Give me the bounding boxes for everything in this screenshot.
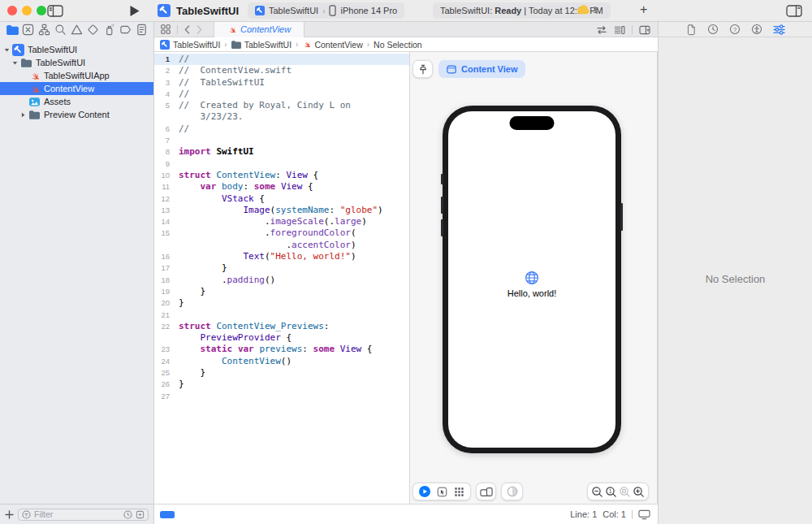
navigator-tab-project-icon[interactable] [6,24,19,37]
left-sidebar-toggle-icon[interactable] [47,5,63,17]
nav-item-tableswiftuiapp[interactable]: TableSwiftUIApp [0,69,153,82]
attributes-inspector-icon[interactable] [773,24,785,35]
window-close-button[interactable] [7,6,17,15]
navigator-tab-source-control-icon[interactable] [22,24,35,37]
warning-badge[interactable]: 1 [577,5,598,15]
code-line-25[interactable]: 25 } [154,367,409,379]
navigator-tab-find-icon[interactable] [54,24,67,37]
breadcrumb-contentview[interactable]: ContentView [302,40,362,50]
run-button[interactable] [130,6,140,16]
line-indicator[interactable]: Line: 1 [570,509,597,519]
navigator-tab-debug-icon[interactable] [102,24,115,37]
code-line-4[interactable]: 4// [154,89,409,100]
line-number: 15 [154,227,179,239]
navigator-tab-issues-icon[interactable] [71,24,84,37]
navigate-back-icon[interactable] [184,25,190,34]
breadcrumb-tableswiftui[interactable]: TableSwiftUI [160,40,220,50]
code-line-23[interactable]: 23 static var previews: some View { [154,344,409,355]
nav-item-preview-content[interactable]: Preview Content [0,108,153,121]
chevron-down-icon[interactable] [11,59,19,67]
code-line-26[interactable]: 26} [154,379,409,390]
history-inspector-icon[interactable] [707,24,719,35]
source-control-status-icon[interactable] [136,510,145,519]
chevron-right-icon[interactable] [19,111,28,119]
navigate-forward-icon[interactable] [197,25,202,34]
nav-item-contentview[interactable]: ContentView [0,82,153,95]
column-indicator[interactable]: Col: 1 [603,509,626,519]
live-preview-button[interactable] [419,486,430,497]
filter-input[interactable]: Filter [18,509,149,521]
code-line-9[interactable]: 9 [154,158,409,170]
chevron-down-icon[interactable] [2,46,11,54]
pin-preview-button[interactable] [412,60,433,78]
preview-name-pill[interactable]: Content View [438,60,525,78]
nav-item-label: ContentView [44,84,94,93]
code-review-icon[interactable] [596,25,607,35]
display-icon[interactable] [638,509,650,520]
color-scheme-button[interactable] [501,483,523,500]
code-line-18[interactable]: 18 .padding() [154,275,409,286]
quickhelp-inspector-icon[interactable]: ? [729,24,741,35]
recent-files-icon[interactable] [123,510,132,519]
zoom-in-button[interactable] [632,483,646,500]
editor-tab-contentview[interactable]: ContentView [214,22,304,37]
breadcrumb-no-selection[interactable]: No Selection [374,40,422,50]
code-area[interactable]: 1//2// ContentView.swift3// TableSwiftUI… [154,52,409,402]
window-zoom-button[interactable] [37,6,46,15]
jump-bar[interactable]: TableSwiftUI›TableSwiftUI›ContentView›No… [154,37,658,52]
code-line-11[interactable]: 11 var body: some View { [154,181,409,193]
window-minimize-button[interactable] [22,6,32,15]
add-button[interactable]: + [640,2,647,17]
line-number: 7 [154,135,179,146]
code-line-7[interactable]: 7 [154,135,409,146]
add-editor-icon[interactable] [639,25,650,35]
add-file-button[interactable] [5,510,14,519]
code-line-2[interactable]: 2// ContentView.swift [154,65,409,76]
related-items-icon[interactable] [161,24,171,34]
code-line-24[interactable]: 24 ContentView() [154,356,409,367]
navigator-tab-reports-icon[interactable] [135,24,148,37]
code-line-15[interactable]: 15 .foregroundColor( [154,227,409,239]
code-line-13[interactable]: 13 Image(systemName: "globe") [154,205,409,216]
scheme-selector[interactable]: TableSwiftUI › iPhone 14 Pro [248,2,404,19]
right-sidebar-toggle-icon[interactable] [786,5,802,17]
code-line-wrap[interactable]: PreviewProvider { [154,332,409,344]
nav-item-tableswiftui[interactable]: TableSwiftUI [0,56,153,69]
code-line-17[interactable]: 17 } [154,262,409,274]
minimap-icon[interactable] [614,25,625,35]
code-line-1[interactable]: 1// [154,54,409,65]
phone-screen[interactable]: Hello, world! [448,111,615,448]
code-line-5[interactable]: 5// Created by Royal, Cindy L on [154,100,409,111]
code-line-14[interactable]: 14 .imageScale(.large) [154,216,409,227]
zoom-actual-size-button[interactable]: 1 [604,483,618,500]
code-line-8[interactable]: 8import SwiftUI [154,146,409,158]
preview-device-frame[interactable]: Hello, world! [443,106,621,453]
selectable-preview-button[interactable] [437,487,447,497]
navigator-tab-symbols-icon[interactable] [38,24,51,37]
code-line-10[interactable]: 10struct ContentView: View { [154,170,409,181]
run-destination-label: iPhone 14 Pro [340,6,397,15]
navigator-panel: TableSwiftUITableSwiftUITableSwiftUIAppC… [0,22,154,504]
code-line-3[interactable]: 3// TableSwiftUI [154,77,409,89]
code-line-wrap[interactable]: 3/23/23. [154,111,409,123]
zoom-out-button[interactable] [590,483,604,500]
file-inspector-icon[interactable] [686,24,697,36]
breadcrumb-tableswiftui[interactable]: TableSwiftUI [231,40,292,50]
navigator-tab-tests-icon[interactable] [86,24,99,37]
navigator-tab-breakpoints-icon[interactable] [119,24,132,37]
code-line-27[interactable]: 27 [154,391,409,402]
code-line-21[interactable]: 21 [154,310,409,321]
code-line-16[interactable]: 16 Text("Hello, world!") [154,251,409,262]
code-line-20[interactable]: 20} [154,297,409,309]
nav-item-tableswiftui[interactable]: TableSwiftUI [0,43,153,56]
code-line-wrap[interactable]: .accentColor) [154,240,409,251]
nav-item-assets[interactable]: Assets [0,95,153,108]
variants-button[interactable] [454,487,464,497]
accessibility-inspector-icon[interactable] [751,24,762,35]
code-line-22[interactable]: 22struct ContentView_Previews: [154,321,409,332]
source-editor[interactable]: 1//2// ContentView.swift3// TableSwiftUI… [154,52,410,504]
code-line-12[interactable]: 12 VStack { [154,193,409,205]
device-settings-button[interactable] [476,483,496,500]
code-line-19[interactable]: 19 } [154,286,409,297]
code-line-6[interactable]: 6// [154,123,409,135]
